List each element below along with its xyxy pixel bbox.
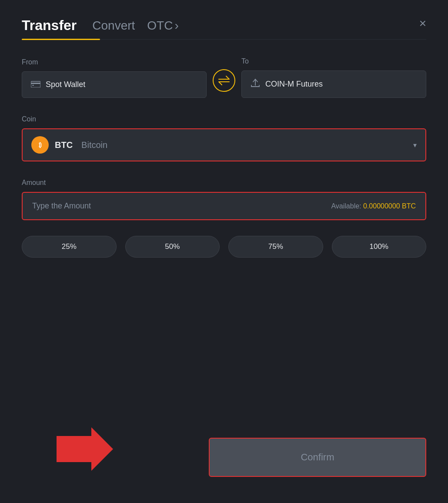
available-amount: 0.00000000 BTC — [363, 202, 416, 210]
to-label: To — [241, 57, 426, 65]
percent-row: 25% 50% 75% 100% — [22, 236, 426, 258]
coin-label: Coin — [22, 115, 426, 123]
to-wallet-icon — [251, 79, 260, 90]
percent-25-button[interactable]: 25% — [22, 236, 117, 258]
modal-header: Transfer Convert OTC › × — [22, 17, 426, 39]
coin-section: Coin ₿ BTC Bitcoin ▾ — [22, 115, 426, 161]
from-wallet-select[interactable]: Spot Wallet — [22, 71, 207, 98]
tab-convert[interactable]: Convert — [92, 19, 135, 38]
btc-icon: ₿ — [31, 136, 49, 154]
tab-transfer[interactable]: Transfer — [22, 17, 77, 39]
swap-btn-container — [207, 69, 241, 98]
coin-symbol: BTC — [55, 140, 73, 150]
to-wallet-name: COIN-M Futures — [265, 80, 323, 89]
svg-text:₿: ₿ — [39, 142, 42, 148]
confirm-button[interactable]: Confirm — [209, 438, 426, 477]
close-button[interactable]: × — [419, 17, 426, 30]
percent-75-button[interactable]: 75% — [228, 236, 323, 258]
from-section: From Spot Wallet — [22, 58, 207, 98]
tab-otc[interactable]: OTC › — [147, 19, 178, 38]
inactive-tab-underline — [100, 39, 426, 40]
amount-label: Amount — [22, 179, 426, 187]
svg-rect-2 — [32, 85, 34, 86]
from-wallet-name: Spot Wallet — [46, 80, 85, 89]
from-label: From — [22, 58, 207, 66]
percent-50-button[interactable]: 50% — [125, 236, 220, 258]
coin-name: Bitcoin — [81, 140, 107, 150]
swap-button[interactable] — [213, 69, 235, 92]
coin-select-dropdown[interactable]: ₿ BTC Bitcoin ▾ — [22, 128, 426, 161]
svg-rect-1 — [31, 83, 40, 84]
svg-rect-0 — [31, 81, 40, 87]
from-to-row: From Spot Wallet — [22, 57, 426, 98]
transfer-modal: Transfer Convert OTC › × From Spot — [0, 0, 448, 503]
available-text: Available: 0.00000000 BTC — [331, 202, 416, 210]
active-tab-underline — [22, 39, 100, 40]
to-wallet-select[interactable]: COIN-M Futures — [241, 70, 426, 98]
svg-marker-5 — [57, 427, 113, 471]
amount-input[interactable] — [32, 201, 331, 211]
amount-input-box: Available: 0.00000000 BTC — [22, 192, 426, 220]
from-wallet-icon — [31, 80, 40, 90]
amount-section: Amount Available: 0.00000000 BTC — [22, 179, 426, 220]
bottom-section: Confirm — [22, 429, 426, 477]
percent-100-button[interactable]: 100% — [332, 236, 427, 258]
to-section: To COIN-M Futures — [241, 57, 426, 98]
coin-chevron-icon: ▾ — [413, 141, 417, 149]
arrow-indicator — [57, 427, 113, 473]
tab-underline-row — [22, 39, 426, 40]
